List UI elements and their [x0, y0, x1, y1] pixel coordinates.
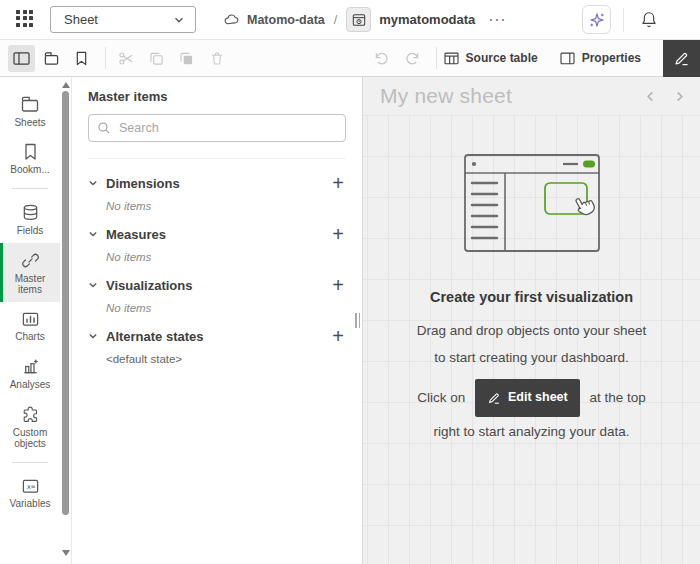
section-measures-header[interactable]: Measures + [88, 222, 346, 246]
bar-chart-icon [21, 310, 40, 328]
app-launcher-icon[interactable] [16, 10, 36, 30]
chevron-right-icon [673, 90, 686, 103]
sheet-title: My new sheet [380, 84, 512, 108]
search-input[interactable] [88, 114, 346, 142]
source-table-button[interactable]: Source table [444, 51, 538, 65]
master-items-panel: Master items Dimensions + No items [72, 77, 363, 564]
sheet-selector[interactable]: Sheet [50, 6, 196, 33]
undo-icon [374, 51, 390, 65]
scrollbar-thumb[interactable] [62, 91, 69, 515]
add-alternate-state-button[interactable]: + [330, 327, 346, 345]
sidebar-item-master-items[interactable]: Master items [0, 243, 60, 302]
section-label: Dimensions [106, 176, 180, 191]
sheet-selector-label: Sheet [64, 12, 173, 27]
section-alternate-states-header[interactable]: Alternate states + [88, 324, 346, 348]
add-measure-button[interactable]: + [330, 225, 346, 243]
source-table-label: Source table [466, 51, 538, 65]
panel-title: Master items [88, 89, 346, 104]
breadcrumb-separator: / [333, 13, 338, 27]
sheet-area: My new sheet [363, 77, 700, 564]
space-name[interactable]: Matomo-data [247, 13, 325, 27]
scroll-up-arrow[interactable] [62, 82, 70, 88]
new-sheet-button[interactable] [38, 45, 65, 72]
delete-button[interactable] [203, 45, 230, 72]
sidebar-item-sheets[interactable]: Sheets [0, 87, 60, 135]
sidebar-item-label: Variables [10, 498, 51, 509]
section-visualizations-header[interactable]: Visualizations + [88, 273, 346, 297]
sidebar-scrollbar[interactable] [60, 77, 72, 564]
bookmark-icon [23, 143, 38, 161]
section-label: Alternate states [106, 329, 204, 344]
section-empty-text: No items [106, 200, 346, 212]
undo-button[interactable] [369, 45, 396, 72]
empty-state-illustration [444, 145, 620, 267]
sidebar-item-charts[interactable]: Charts [0, 302, 60, 349]
sidebar-item-label: Bookm... [10, 164, 49, 175]
add-dimension-button[interactable]: + [330, 174, 346, 192]
section-dimensions: Dimensions + No items [88, 171, 346, 212]
rail-divider [12, 462, 48, 463]
sidebar-item-label: Master items [2, 273, 58, 295]
edit-sheet-inline-label: Edit sheet [508, 383, 568, 412]
edit-sheet-toolbar-button[interactable] [663, 40, 700, 77]
sidebar-item-variables[interactable]: x= Variables [0, 469, 60, 516]
default-state-item: <default state> [106, 353, 346, 365]
topbar-divider [623, 8, 624, 32]
empty-state: Create your first visualization Drag and… [403, 145, 661, 446]
previous-sheet-button[interactable] [644, 90, 657, 103]
analyses-icon [21, 357, 40, 376]
sidebar-item-analyses[interactable]: Analyses [0, 349, 60, 397]
ai-assistant-button[interactable] [582, 5, 611, 34]
top-bar: Sheet Matomo-data / mymatomodata ··· [0, 0, 700, 40]
panel-right-icon [560, 52, 575, 65]
paste-button[interactable] [173, 45, 200, 72]
chevron-down-icon [88, 178, 106, 188]
copy-button[interactable] [143, 45, 170, 72]
bookmark-icon [75, 51, 88, 66]
notifications-button[interactable] [636, 7, 662, 33]
section-measures: Measures + No items [88, 222, 346, 263]
trash-icon [210, 51, 224, 66]
search-icon [97, 121, 111, 135]
app-icon[interactable] [346, 7, 371, 32]
sidebar-item-custom-objects[interactable]: Custom objects [0, 397, 60, 456]
toolbar-divider [436, 47, 437, 69]
section-empty-text: No items [106, 302, 346, 314]
table-icon [444, 52, 459, 65]
edit-sheet-inline-button[interactable]: Edit sheet [475, 379, 580, 417]
properties-button[interactable]: Properties [560, 51, 641, 65]
sheet-icon [43, 51, 60, 66]
app-name: mymatomodata [379, 12, 475, 27]
section-alternate-states: Alternate states + <default state> [88, 324, 346, 365]
app-more-options-button[interactable]: ··· [489, 13, 507, 27]
sidebar-item-fields[interactable]: Fields [0, 195, 60, 243]
section-visualizations: Visualizations + No items [88, 273, 346, 314]
cloud-space-icon [224, 13, 239, 26]
redo-button[interactable] [399, 45, 426, 72]
toolbar-divider [105, 47, 106, 69]
variables-icon: x= [21, 477, 40, 495]
chevron-down-icon [173, 14, 185, 26]
empty-state-description: Drag and drop objects onto your sheet to… [416, 317, 648, 371]
add-visualization-button[interactable]: + [330, 276, 346, 294]
next-sheet-button[interactable] [673, 90, 686, 103]
pencil-icon [673, 50, 690, 67]
puzzle-icon [21, 405, 40, 424]
section-dimensions-header[interactable]: Dimensions + [88, 171, 346, 195]
panel-resize-handle[interactable] [355, 313, 360, 328]
sheets-icon [20, 95, 40, 114]
sidebar-item-bookmarks[interactable]: Bookm... [0, 135, 60, 182]
chevron-down-icon [88, 280, 106, 290]
sheet-toolbar: Source table Properties [0, 40, 700, 77]
link-icon [21, 251, 40, 270]
breadcrumb: Matomo-data / mymatomodata ··· [224, 7, 507, 32]
scroll-down-arrow[interactable] [62, 550, 70, 556]
toggle-assets-panel-button[interactable] [8, 45, 35, 72]
instruction-prefix: Click on [417, 390, 465, 405]
bookmarks-button[interactable] [68, 45, 95, 72]
sidebar-item-label: Charts [15, 331, 44, 342]
pencil-icon [487, 391, 501, 405]
panel-left-icon [13, 51, 30, 66]
svg-text:x=: x= [26, 482, 35, 491]
cut-button[interactable] [113, 45, 140, 72]
